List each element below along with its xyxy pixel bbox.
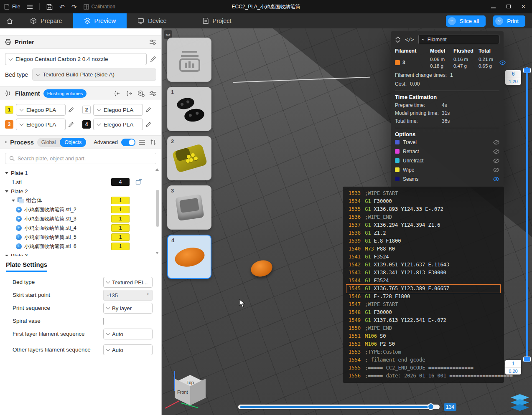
view-type-select[interactable]: Filament: [418, 35, 499, 44]
gcode-line[interactable]: 1533;WIPE_START: [346, 190, 500, 197]
gcode-line-current[interactable]: 1545G1X136.765 Y123.389 E.06657: [346, 285, 500, 293]
thumbnail-plate-3[interactable]: 3: [167, 185, 211, 230]
scroll-up-icon[interactable]: [155, 168, 159, 171]
advanced-toggle[interactable]: [121, 139, 135, 146]
orientation-cube[interactable]: Top Front: [171, 373, 209, 413]
part-filament-badge[interactable]: 1: [111, 206, 130, 213]
menu-button[interactable]: [27, 5, 33, 9]
layer-slider-top-handle[interactable]: [523, 68, 531, 73]
redo-button[interactable]: ↷: [71, 4, 77, 10]
filament-slot-3-select[interactable]: Elegoo PLA: [16, 119, 66, 130]
gcode-line[interactable]: 1546G1E-.728 F1800: [346, 293, 500, 301]
ps-bed-type-select[interactable]: Textured PEI...: [103, 277, 153, 288]
gcode-line[interactable]: 1539G1E.8 F1800: [346, 237, 500, 245]
filament-spool-settings-icon[interactable]: [137, 90, 145, 97]
layer-slider-track[interactable]: [526, 67, 528, 360]
filament-visibility-toggle[interactable]: [499, 60, 506, 65]
thumbnail-plate-4-selected[interactable]: 4: [167, 235, 211, 279]
collapse-panel-icon[interactable]: [395, 36, 401, 43]
print-button[interactable]: Print: [493, 15, 525, 27]
travel-visibility-toggle[interactable]: [493, 140, 499, 145]
undo-button[interactable]: ↶: [59, 4, 65, 10]
save-button[interactable]: [46, 4, 53, 10]
retract-visibility-toggle[interactable]: [493, 149, 499, 154]
calibration-button[interactable]: Calibration: [84, 4, 115, 10]
filament-slot-4-badge[interactable]: 4: [82, 120, 91, 129]
ps-first-layer-select[interactable]: Auto: [103, 329, 153, 339]
gcode-line[interactable]: 1534G1F30000: [346, 197, 500, 205]
tree-item-stl3[interactable]: + 小鸡桌面收纳笔筒.stl_3 1: [5, 214, 161, 223]
gcode-line[interactable]: 1553;TYPE:Custom: [346, 348, 500, 356]
load-filament-icon[interactable]: [125, 91, 132, 96]
printer-settings-icon[interactable]: [150, 39, 156, 45]
gcode-window-icon[interactable]: </>: [405, 37, 414, 43]
scroll-down-icon[interactable]: [155, 252, 159, 254]
gcode-line[interactable]: 1537G1X136.294 Y124.394 Z1.6: [346, 221, 500, 229]
thumbnail-plate-2[interactable]: 2: [167, 136, 211, 180]
edit-filament-1-icon[interactable]: [68, 107, 74, 113]
filament-settings-icon[interactable]: [150, 91, 156, 96]
tree-scrollbar[interactable]: [156, 190, 159, 227]
wipe-visibility-toggle[interactable]: [493, 167, 499, 172]
ps-other-layers-select[interactable]: Auto: [103, 344, 153, 355]
tree-item-stl4[interactable]: + 小鸡桌面收纳笔筒.stl_4 1: [5, 223, 161, 233]
edit-printer-icon[interactable]: [150, 56, 156, 62]
parameter-list-icon[interactable]: [139, 139, 145, 145]
gcode-line[interactable]: 1536;WIPE_END: [346, 213, 500, 221]
tab-home[interactable]: [0, 13, 19, 28]
filament-slot-3-badge[interactable]: 3: [5, 120, 13, 129]
flushing-volumes-button[interactable]: Flushing volumes: [43, 89, 87, 98]
close-button[interactable]: ×: [522, 3, 525, 10]
search-input[interactable]: [18, 156, 152, 162]
move-slider-handle[interactable]: [428, 403, 434, 410]
gcode-line[interactable]: 1551M106S0: [346, 332, 500, 340]
ps-skirt-input[interactable]: -135°: [103, 290, 153, 301]
filament-slot-1-badge[interactable]: 1: [5, 106, 13, 114]
filament-slot-2-select[interactable]: Elegoo PLA: [93, 104, 143, 116]
gcode-line[interactable]: 1555;===== CC2_END_GCODE ===============: [346, 364, 500, 372]
viewport-3d[interactable]: <> 1 2 3: [162, 28, 532, 415]
slice-all-button[interactable]: Slice all: [446, 15, 486, 27]
gcode-line[interactable]: 1550;WIPE_END: [346, 324, 500, 332]
thumbnail-plate-1[interactable]: 1: [167, 87, 211, 131]
filament-slot-2-badge[interactable]: 2: [82, 106, 91, 114]
tree-item-stl2[interactable]: + 小鸡桌面收纳笔筒.stl_2 1: [5, 205, 161, 214]
tab-project[interactable]: Project: [192, 13, 242, 28]
group-filament-badge[interactable]: 1: [111, 197, 130, 204]
gcode-line[interactable]: 1542G1X139.051 Y121.637 E.11643: [346, 261, 500, 269]
gcode-line[interactable]: 1535G1X136.893 Y124.33 E-.072: [346, 205, 500, 213]
seams-visibility-toggle[interactable]: [493, 177, 499, 182]
gcode-line[interactable]: 1548G1F30000: [346, 309, 500, 316]
bed-type-select[interactable]: Textured Build Plate (Side A): [32, 68, 156, 81]
edit-filament-4-icon[interactable]: [145, 121, 151, 127]
file-menu[interactable]: File: [4, 4, 20, 10]
scope-objects-button[interactable]: Objects: [60, 138, 86, 147]
collapse-icon[interactable]: [5, 255, 8, 256]
gcode-line[interactable]: 1543G1X138.341 Y121.813 F30000: [346, 269, 500, 277]
thumbnail-all-plates[interactable]: [167, 38, 211, 82]
tree-plate-2[interactable]: Plate 2: [5, 187, 161, 196]
tree-plate-1[interactable]: Plate 1: [5, 168, 161, 177]
part-filament-badge[interactable]: 1: [111, 233, 130, 241]
maximize-button[interactable]: [507, 4, 511, 10]
ps-spiral-vase-checkbox[interactable]: [103, 318, 104, 325]
ps-print-sequence-select[interactable]: By layer: [103, 303, 153, 314]
filament-slot-4-select[interactable]: Elegoo PLA: [93, 119, 143, 130]
item-1stl-filament-badge[interactable]: 4: [111, 178, 130, 186]
tree-item-stl6[interactable]: + 小鸡桌面收纳笔筒.stl_6 1: [5, 242, 161, 251]
printer-select[interactable]: Elegoo Centauri Carbon 2 0.4 nozzle: [5, 53, 147, 65]
scope-global-button[interactable]: Global: [37, 138, 60, 147]
part-filament-badge[interactable]: 1: [111, 224, 130, 232]
gcode-line[interactable]: 1552M106P2 S0: [346, 340, 500, 348]
part-filament-badge[interactable]: 1: [111, 215, 130, 223]
search-bar[interactable]: [5, 153, 156, 164]
tab-device[interactable]: Device: [127, 13, 177, 28]
gcode-line[interactable]: 1541G1F3524: [346, 253, 500, 261]
unretract-visibility-toggle[interactable]: [493, 158, 499, 163]
compare-settings-icon[interactable]: [150, 139, 156, 145]
gcode-line[interactable]: 1549G1X137.613 Y122.541 E-.072: [346, 316, 500, 324]
slice-options-dropdown[interactable]: [448, 17, 456, 25]
tree-item-1stl[interactable]: 1.stl 4: [5, 177, 161, 187]
minimize-button[interactable]: [491, 4, 496, 10]
collapse-icon[interactable]: [5, 172, 8, 174]
